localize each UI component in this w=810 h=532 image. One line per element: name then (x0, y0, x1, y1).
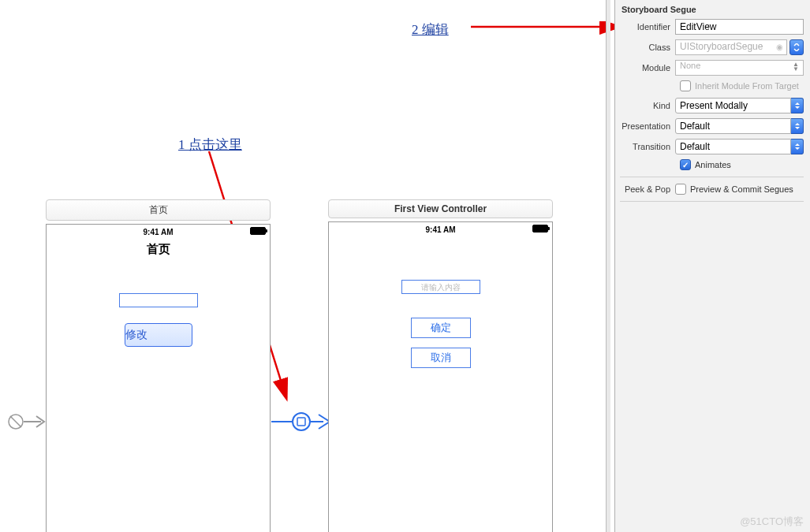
kind-select-button[interactable] (791, 98, 804, 113)
scene-first-title-bar[interactable]: First View Controller (328, 199, 553, 218)
annotation-step1: 1 点击这里 (178, 136, 242, 154)
status-time: 9:41 AM (144, 228, 174, 236)
animates-checkbox[interactable] (680, 159, 691, 170)
transition-select-button[interactable] (791, 139, 804, 154)
input-field[interactable]: 请输入内容 (401, 280, 480, 294)
module-label: Module (620, 63, 675, 73)
status-time: 9:41 AM (426, 225, 456, 234)
inherit-module-checkbox[interactable] (680, 80, 691, 91)
entry-point-arrow-icon (2, 410, 49, 433)
scene-first-device: 9:41 AM 请输入内容 确定 取消 (328, 221, 553, 532)
status-bar: 9:41 AM (47, 225, 270, 239)
presentation-select-button[interactable] (791, 118, 804, 134)
annotation-step2: 2 编辑 (412, 20, 449, 39)
animates-label: Animates (695, 160, 731, 169)
scene-home-device: 9:41 AM 首页 修改 (46, 224, 271, 532)
class-label: Class (620, 43, 675, 52)
class-input[interactable]: UIStoryboardSegue ◉ (675, 39, 787, 55)
section-divider (620, 177, 804, 177)
confirm-button[interactable]: 确定 (411, 318, 471, 338)
modify-button[interactable]: 修改 (125, 323, 192, 347)
segue-present-modally-icon[interactable] (270, 408, 333, 435)
chevron-updown-icon: ▲▼ (793, 62, 799, 72)
scene-home[interactable]: 首页 9:41 AM 首页 修改 (46, 199, 271, 532)
battery-icon (250, 227, 266, 235)
identifier-label: Identifier (620, 22, 675, 32)
nav-title: 首页 (47, 239, 270, 262)
clear-icon[interactable]: ◉ (776, 43, 783, 51)
storyboard-canvas[interactable]: 1 点击这里 2 编辑 首页 9:41 AM 首页 修改 (0, 0, 611, 532)
svg-point-6 (293, 413, 310, 430)
inherit-module-label: Inherit Module From Target (695, 81, 799, 91)
identifier-input[interactable] (675, 19, 804, 35)
transition-label: Transition (620, 142, 675, 151)
annotation-arrow-2 (469, 21, 627, 37)
presentation-select[interactable]: Default (675, 118, 791, 134)
kind-label: Kind (620, 101, 675, 110)
status-bar: 9:41 AM (329, 222, 552, 236)
peekpop-checkbox[interactable] (675, 184, 686, 195)
scene-home-title-bar[interactable]: 首页 (46, 199, 271, 221)
section-divider (620, 201, 804, 202)
peekpop-preview-label: Preview & Commit Segues (690, 184, 793, 194)
peekpop-label: Peek & Pop (620, 184, 675, 194)
presentation-label: Presentation (620, 121, 675, 131)
module-select[interactable]: None ▲▼ (675, 60, 804, 76)
svg-line-3 (10, 416, 21, 427)
battery-icon (532, 225, 548, 233)
panel-divider[interactable] (606, 0, 610, 532)
attributes-inspector: Storyboard Segue Identifier Class UIStor… (614, 0, 810, 532)
scene-first-vc[interactable]: First View Controller 9:41 AM 请输入内容 确定 取… (328, 199, 553, 532)
inspector-section-title: Storyboard Segue (621, 5, 804, 14)
kind-select[interactable]: Present Modally (675, 98, 791, 113)
class-dropdown-button[interactable] (789, 39, 804, 55)
home-textfield[interactable] (119, 293, 198, 307)
watermark: @51CTO博客 (740, 515, 804, 529)
cancel-button[interactable]: 取消 (411, 348, 471, 368)
transition-select[interactable]: Default (675, 139, 791, 154)
